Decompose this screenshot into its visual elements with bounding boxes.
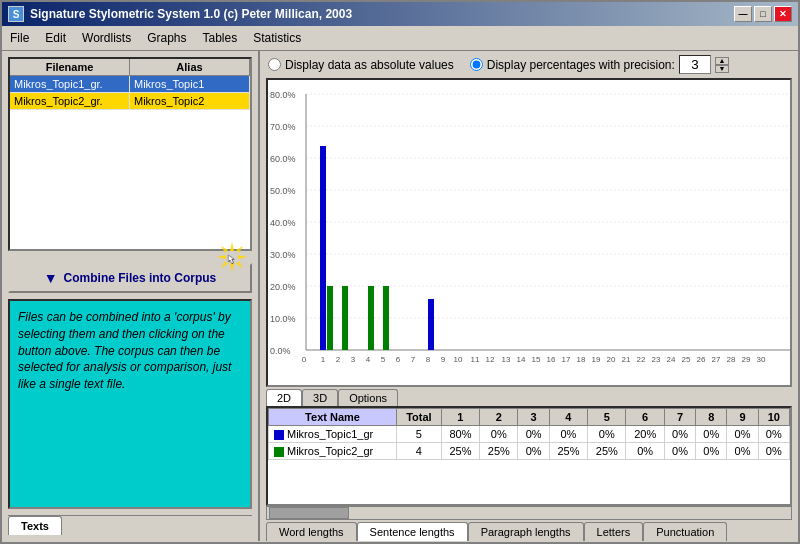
svg-text:12: 12 (486, 355, 495, 364)
bar-s1-x1 (320, 146, 326, 350)
col-1: 1 (441, 409, 479, 426)
precision-input[interactable] (679, 55, 711, 74)
svg-text:27: 27 (712, 355, 721, 364)
svg-text:80.0%: 80.0% (270, 90, 296, 100)
row-val-0-9: 0% (758, 426, 789, 443)
table-row-1: Mikros_Topic2_gr425%25%0%25%25%0%0%0%0%0… (269, 443, 790, 460)
menu-edit[interactable]: Edit (37, 28, 74, 48)
svg-text:20: 20 (607, 355, 616, 364)
precision-down-arrow[interactable]: ▼ (715, 65, 729, 73)
row-val-1-7: 0% (696, 443, 727, 460)
svg-text:22: 22 (637, 355, 646, 364)
alias-cell-2: Mikros_Topic2 (130, 93, 250, 109)
file-list-header: Filename Alias (10, 59, 250, 76)
svg-text:28: 28 (727, 355, 736, 364)
file-row-2[interactable]: Mikros_Topic2_gr. Mikros_Topic2 (10, 93, 250, 110)
tab-punctuation[interactable]: Punctuation (643, 522, 727, 541)
row-val-0-3: 0% (549, 426, 587, 443)
col-6: 6 (626, 409, 664, 426)
svg-text:1: 1 (321, 355, 326, 364)
svg-text:4: 4 (366, 355, 371, 364)
col-text-name: Text Name (269, 409, 397, 426)
precision-up-arrow[interactable]: ▲ (715, 57, 729, 65)
svg-text:18: 18 (577, 355, 586, 364)
horizontal-scrollbar[interactable] (266, 506, 792, 520)
left-panel: Filename Alias Mikros_Topic1_gr. Mikros_… (2, 51, 260, 541)
row-val-1-3: 25% (549, 443, 587, 460)
window-title: Signature Stylometric System 1.0 (c) Pet… (30, 7, 352, 21)
col-8: 8 (696, 409, 727, 426)
bar-s2-x2 (342, 286, 348, 350)
svg-text:26: 26 (697, 355, 706, 364)
row-val-1-2: 0% (518, 443, 549, 460)
tab-paragraph-lengths[interactable]: Paragraph lengths (468, 522, 584, 541)
svg-text:2: 2 (336, 355, 341, 364)
menu-statistics[interactable]: Statistics (245, 28, 309, 48)
minimize-button[interactable]: — (734, 6, 752, 22)
chart-svg: 80.0% 70.0% 60.0% 50.0% 40.0% 30.0% 20.0… (268, 80, 790, 385)
percentage-radio[interactable] (470, 58, 483, 71)
tab-sentence-lengths[interactable]: Sentence lengths (357, 522, 468, 541)
svg-text:15: 15 (532, 355, 541, 364)
tab-word-lengths[interactable]: Word lengths (266, 522, 357, 541)
row-val-1-4: 25% (588, 443, 626, 460)
menu-graphs[interactable]: Graphs (139, 28, 194, 48)
row-total-0: 5 (397, 426, 442, 443)
chart-tab-options[interactable]: Options (338, 389, 398, 406)
row-val-1-0: 25% (441, 443, 479, 460)
absolute-radio-group: Display data as absolute values (268, 58, 454, 72)
info-text: Files can be combined into a 'corpus' by… (18, 310, 231, 391)
menu-tables[interactable]: Tables (195, 28, 246, 48)
row-val-1-9: 0% (758, 443, 789, 460)
row-val-1-1: 25% (480, 443, 518, 460)
combine-arrow-icon: ▼ (44, 270, 58, 286)
combine-files-button[interactable]: ▼ Combine Files into Corpus (8, 263, 252, 293)
menu-file[interactable]: File (2, 28, 37, 48)
col-4: 4 (549, 409, 587, 426)
col-3: 3 (518, 409, 549, 426)
svg-text:10: 10 (454, 355, 463, 364)
row-val-0-5: 20% (626, 426, 664, 443)
row-label-0: Mikros_Topic1_gr (269, 426, 397, 443)
maximize-button[interactable]: □ (754, 6, 772, 22)
absolute-radio[interactable] (268, 58, 281, 71)
svg-text:40.0%: 40.0% (270, 218, 296, 228)
col-5: 5 (588, 409, 626, 426)
svg-text:5: 5 (381, 355, 386, 364)
file-row-1[interactable]: Mikros_Topic1_gr. Mikros_Topic1 (10, 76, 250, 93)
col-10: 10 (758, 409, 789, 426)
filename-cell-2: Mikros_Topic2_gr. (10, 93, 130, 109)
title-bar: S Signature Stylometric System 1.0 (c) P… (2, 2, 798, 26)
tab-texts[interactable]: Texts (8, 516, 62, 535)
precision-spinner-arrows[interactable]: ▲ ▼ (715, 57, 729, 73)
chart-tabs: 2D 3D Options (266, 389, 792, 406)
close-button[interactable]: ✕ (774, 6, 792, 22)
row-color-1 (274, 447, 284, 457)
row-val-0-0: 80% (441, 426, 479, 443)
svg-text:0: 0 (302, 355, 307, 364)
bar-s2-x4 (368, 286, 374, 350)
svg-text:7: 7 (411, 355, 416, 364)
filename-cell-1: Mikros_Topic1_gr. (10, 76, 130, 92)
tab-letters[interactable]: Letters (584, 522, 644, 541)
chart-tab-3d[interactable]: 3D (302, 389, 338, 406)
content-area: Filename Alias Mikros_Topic1_gr. Mikros_… (2, 51, 798, 541)
absolute-label: Display data as absolute values (285, 58, 454, 72)
row-val-1-5: 0% (626, 443, 664, 460)
scrollbar-thumb[interactable] (269, 507, 349, 519)
svg-text:24: 24 (667, 355, 676, 364)
row-total-1: 4 (397, 443, 442, 460)
col-2: 2 (480, 409, 518, 426)
svg-text:16: 16 (547, 355, 556, 364)
file-list-container: Filename Alias Mikros_Topic1_gr. Mikros_… (8, 57, 252, 251)
table-row-0: Mikros_Topic1_gr580%0%0%0%0%20%0%0%0%0% (269, 426, 790, 443)
row-val-0-2: 0% (518, 426, 549, 443)
menu-wordlists[interactable]: Wordlists (74, 28, 139, 48)
col-total: Total (397, 409, 442, 426)
svg-text:19: 19 (592, 355, 601, 364)
svg-text:30.0%: 30.0% (270, 250, 296, 260)
bar-s1-x8 (428, 299, 434, 350)
chart-tab-2d[interactable]: 2D (266, 389, 302, 406)
svg-text:50.0%: 50.0% (270, 186, 296, 196)
svg-text:14: 14 (517, 355, 526, 364)
